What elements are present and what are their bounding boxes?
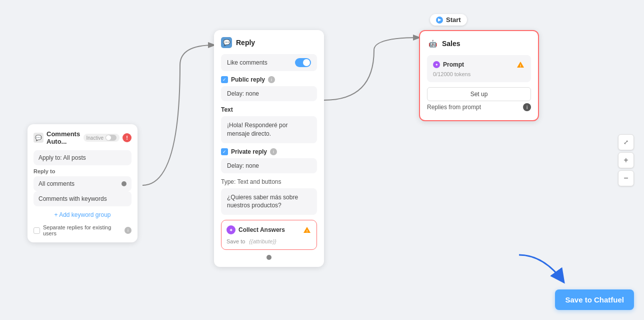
type-label: Type: Text and buttons [221, 178, 317, 185]
save-to-chatfuel-button[interactable]: Save to Chatfuel [555, 289, 634, 310]
node-reply: 💬 Reply Like comments ✓ Public reply i D… [214, 30, 324, 267]
prompt-left: ✦ Prompt [433, 61, 464, 68]
separate-replies-row: Separate replies for existing users i [34, 224, 132, 236]
public-reply-info-icon: i [268, 76, 275, 83]
start-label: Start [446, 16, 461, 24]
node-comments: 💬 Comments Auto... Inactive ! Apply to: … [28, 124, 138, 242]
start-dot: ▶ [436, 17, 443, 24]
private-reply-section: ✓ Private reply i [221, 148, 317, 155]
separate-replies-info-icon: i [124, 227, 132, 234]
canvas: ▶ Start 💬 Comments Auto... Inactive ! Ap… [0, 0, 644, 320]
collect-header: ✦ Collect Answers ! [226, 225, 312, 234]
zoom-in-button[interactable]: + [618, 152, 634, 168]
add-keyword-button[interactable]: + Add keyword group [34, 209, 132, 220]
public-reply-section: ✓ Public reply i [221, 76, 317, 83]
collect-warning-icon: ! [302, 225, 312, 234]
svg-text:!: ! [306, 229, 308, 233]
prompt-header: ✦ Prompt ! [433, 60, 525, 69]
node-sales: 🤖 Sales ✦ Prompt ! 0/12000 tokens Set up [419, 30, 539, 121]
collect-left: ✦ Collect Answers [226, 225, 285, 234]
keywords-row: Comments with keywords [34, 191, 132, 206]
setup-button[interactable]: Set up [427, 87, 531, 101]
attribute-placeholder: {{attribute}} [249, 238, 276, 244]
delay-box-2: Delay: none [221, 158, 317, 173]
replies-from-prompt-row: Replies from prompt i [427, 101, 531, 113]
fit-zoom-button[interactable]: ⤢ [618, 134, 634, 150]
comments-header: 💬 Comments Auto... Inactive ! [34, 130, 132, 145]
like-comments-row: Like comments [221, 54, 317, 71]
apply-to-field: Apply to: All posts [34, 150, 132, 165]
svg-text:!: ! [520, 64, 522, 68]
sales-header: 🤖 Sales [427, 38, 531, 49]
replies-label: Replies from prompt [427, 104, 481, 111]
collect-answers-box: ✦ Collect Answers ! Save to {{attribute}… [221, 220, 317, 250]
separate-replies-checkbox[interactable] [34, 227, 40, 234]
text-label: Text [221, 106, 317, 113]
private-reply-info-icon: i [270, 148, 277, 155]
public-text-content: ¡Hola! Responderé por mensaje directo. [221, 116, 317, 143]
replies-info-icon: i [523, 103, 531, 111]
reply-title: Reply [236, 39, 255, 47]
collect-title: Collect Answers [238, 226, 285, 233]
prompt-dot: ✦ [433, 61, 440, 68]
reply-to-label: Reply to [34, 168, 132, 174]
delay-box-1: Delay: none [221, 86, 317, 101]
public-reply-checkbox[interactable]: ✓ [221, 76, 228, 83]
like-comments-toggle[interactable] [295, 58, 311, 67]
all-comments-field: All comments [34, 176, 132, 191]
reply-bottom-connector [266, 255, 272, 260]
collect-icon: ✦ [226, 225, 236, 234]
comments-warning-icon: ! [122, 133, 132, 142]
all-comments-connector-dot [122, 181, 126, 186]
prompt-box: ✦ Prompt ! 0/12000 tokens [427, 55, 531, 82]
comments-title: Comments Auto... [46, 130, 80, 145]
zoom-out-button[interactable]: − [618, 170, 634, 186]
start-badge: ▶ Start [430, 14, 467, 26]
sales-title: Sales [442, 40, 460, 48]
inactive-toggle[interactable] [106, 135, 116, 141]
inactive-badge: Inactive [84, 134, 120, 142]
private-reply-checkbox[interactable]: ✓ [221, 148, 228, 155]
save-to-row: Save to {{attribute}} [226, 238, 312, 244]
reply-header: 💬 Reply [221, 37, 317, 48]
prompt-warning-icon: ! [516, 60, 525, 69]
tokens-text: 0/12000 tokens [433, 71, 525, 77]
comments-node-icon: 💬 [34, 133, 44, 143]
zoom-controls: ⤢ + − [618, 134, 634, 186]
private-text-content: ¿Quieres saber más sobre nuestros produc… [221, 188, 317, 215]
ai-icon: 🤖 [427, 38, 438, 49]
blue-arrow-annotation [514, 250, 574, 290]
reply-node-icon: 💬 [221, 37, 232, 48]
prompt-label: Prompt [443, 61, 464, 68]
